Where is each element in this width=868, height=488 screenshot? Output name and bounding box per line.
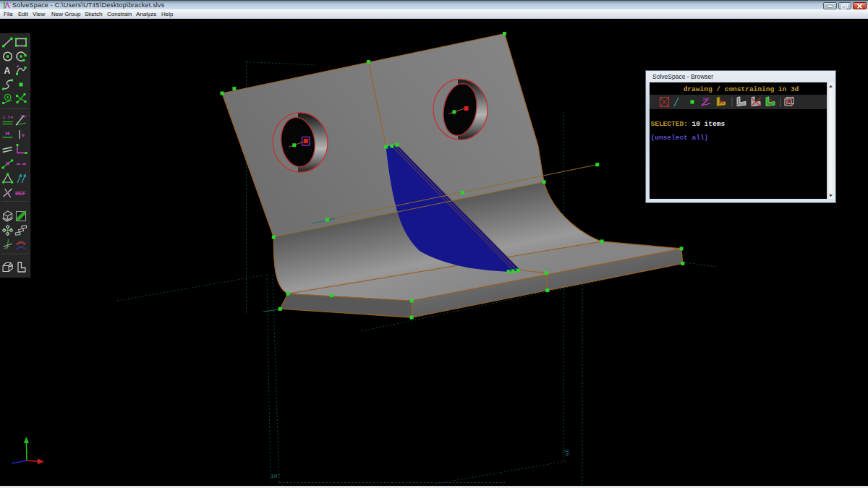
- svg-text:H: H: [6, 130, 9, 137]
- svg-text:2.54: 2.54: [3, 115, 14, 120]
- svg-text:REF: REF: [15, 191, 26, 196]
- svg-text:v: v: [22, 132, 25, 137]
- svg-text:10°: 10°: [271, 473, 281, 479]
- svg-text:A: A: [4, 66, 11, 76]
- svg-text:25: 25: [563, 448, 571, 457]
